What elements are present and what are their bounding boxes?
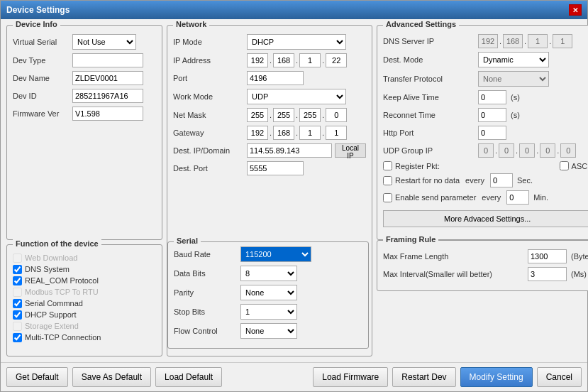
udp-seg-2[interactable] [499,143,514,158]
func-web-download-checkbox[interactable] [13,254,22,263]
dest-ip-input[interactable] [247,143,332,158]
data-bits-row: Data Bits 5678 [174,266,362,281]
flow-control-select[interactable]: NoneRTS/CTSXON/XOFF [240,323,297,339]
ip-mode-select[interactable]: DHCP Static [247,34,346,50]
dest-port-label: Dest. Port [173,164,244,173]
firmware-ver-input[interactable] [72,107,143,121]
func-web-download-label: Web Download [25,254,77,262]
virtual-serial-row: Virtual Serial Not Use COM1 COM2 [13,34,156,50]
save-as-default-button[interactable]: Save As Default [72,367,151,387]
net-mask-label: Net Mask [173,111,244,119]
load-default-button[interactable]: Load Default [155,367,222,387]
gw-seg-4[interactable] [326,126,347,140]
ip-seg-3[interactable] [299,53,321,67]
ip-seg-1[interactable] [247,53,268,67]
parity-select[interactable]: NoneOddEvenMarkSpace [240,285,297,300]
port-label: Port [173,74,244,82]
gw-dot-1: . [270,129,272,137]
restart-no-data-checkbox[interactable] [383,176,392,185]
func-modbus-label: Modbus TCP To RTU [25,288,99,296]
ip-mode-label: IP Mode [173,38,244,46]
gw-seg-2[interactable] [273,126,294,140]
dns-seg-1[interactable] [478,34,498,48]
restart-no-data-row: Restart for no data every Sec. [383,173,588,187]
mask-dot-3: . [322,111,324,119]
enable-send-checkbox[interactable] [383,193,392,202]
device-info-title: Device Info [13,20,60,28]
ip-address-label: IP Address [173,56,244,65]
device-settings-window: Device Settings ✕ Device Info Virtual Se… [0,0,588,392]
gw-seg-3[interactable] [299,126,321,140]
modify-setting-button[interactable]: Modify Setting [460,367,533,387]
func-serial-checkbox[interactable] [13,299,22,308]
keep-alive-input[interactable] [478,90,506,104]
restart-every-input[interactable] [490,173,513,187]
gateway-row: Gateway . . . [173,126,366,140]
func-realcom-checkbox[interactable] [13,276,22,285]
baud-rate-select[interactable]: 9600 19200 38400 57600 115200 230400 [240,246,311,262]
function-title: Function of the device [13,239,101,248]
close-button[interactable]: ✕ [569,4,582,16]
dest-mode-select[interactable]: Dynamic Static [478,52,549,67]
get-default-button[interactable]: Get Default [6,367,68,387]
load-firmware-button[interactable]: Load Firmware [313,367,388,387]
dev-type-input[interactable] [72,53,143,67]
register-pkt-checkbox[interactable] [383,161,392,170]
ip-seg-4[interactable] [326,53,347,67]
http-port-input[interactable] [478,126,506,140]
virtual-serial-select[interactable]: Not Use COM1 COM2 [72,34,136,50]
transfer-protocol-row: Transfer Protocol None UDP TCP [383,71,588,87]
udp-seg-1[interactable] [478,143,494,158]
func-modbus-checkbox[interactable] [13,288,22,297]
func-multitcp-checkbox[interactable] [13,333,22,342]
mask-seg-4[interactable] [326,108,347,122]
transfer-protocol-label: Transfer Protocol [383,75,475,83]
dns-seg-2[interactable] [503,34,523,48]
max-frame-label: Max Frame Length [383,252,525,261]
ip-seg-2[interactable] [273,53,294,67]
work-mode-select[interactable]: UDP TCP Client TCP Server [247,89,346,104]
gw-seg-1[interactable] [247,126,268,140]
keep-alive-row: Keep Alive Time (s) [383,90,588,104]
reconnet-input[interactable] [478,108,506,122]
func-realcom: REAL_COM Protocol [13,276,156,285]
func-serial: Serial Commnad [13,299,156,308]
func-storage-checkbox[interactable] [13,322,22,331]
udp-seg-3[interactable] [519,143,535,158]
func-dhcp-checkbox[interactable] [13,310,22,320]
port-input[interactable] [247,71,304,85]
stop-bits-label: Stop Bits [174,307,238,316]
dest-ip-label: Dest. IP/Domain [173,146,244,155]
dest-port-input[interactable] [247,161,304,175]
dns-seg-4[interactable] [553,34,572,48]
enable-every-input[interactable] [506,190,529,205]
data-bits-select[interactable]: 5678 [240,266,297,281]
udp-seg-5[interactable] [560,143,576,158]
mask-seg-3[interactable] [299,108,321,122]
mask-seg-2[interactable] [273,108,294,122]
network-title: Network [173,20,209,28]
dev-id-input[interactable] [72,89,143,103]
firmware-ver-row: Firmware Ver [13,107,156,121]
dns-server-label: DNS Server IP [383,37,475,45]
local-ip-button[interactable]: Local IP [335,143,366,158]
max-interval-input[interactable] [528,267,567,281]
func-dns-checkbox[interactable] [13,265,22,274]
dev-id-label: Dev ID [13,92,70,100]
cancel-button[interactable]: Cancel [537,367,582,387]
func-multitcp-label: Multi-TCP Connection [25,333,101,342]
more-advanced-button[interactable]: More Advaced Settings... [383,210,588,227]
mask-seg-1[interactable] [247,108,268,122]
dev-name-input[interactable] [72,71,143,85]
udp-seg-4[interactable] [540,143,555,158]
baud-rate-label: Baud Rate [174,250,238,258]
dns-ip-group: . . . [478,34,572,48]
transfer-protocol-select[interactable]: None UDP TCP [478,71,549,87]
restart-dev-button[interactable]: Restart Dev [392,367,455,387]
max-frame-input[interactable] [528,249,567,263]
stop-bits-select[interactable]: 11.52 [240,304,297,320]
ascii-checkbox[interactable] [560,161,569,170]
dns-seg-3[interactable] [528,34,548,48]
device-info-group: Device Info Virtual Serial Not Use COM1 … [6,25,162,240]
udp-ip-group: . . . . [478,143,576,158]
